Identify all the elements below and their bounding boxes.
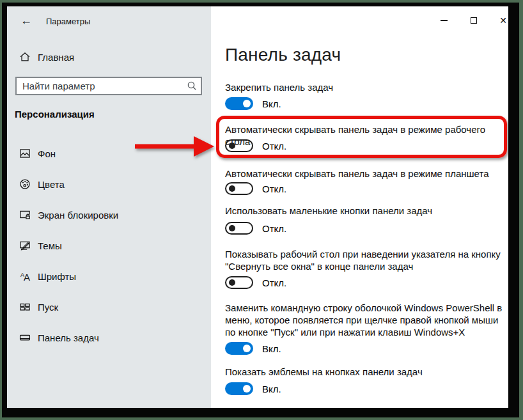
sidebar-home-label: Главная — [38, 52, 74, 63]
sidebar-item-label: Экран блокировки — [38, 210, 118, 221]
toggle-state-label: Откл. — [262, 277, 286, 288]
themes-icon — [19, 240, 31, 251]
setting-label: Использовать маленькие кнопки панели зад… — [225, 205, 508, 217]
toggle-switch-badges[interactable] — [225, 382, 253, 395]
minimize-icon — [441, 20, 448, 21]
home-icon-svg — [19, 51, 31, 63]
search-box — [15, 77, 202, 95]
close-button[interactable]: ✕ — [491, 12, 508, 29]
sidebar-item-fonts[interactable]: AA Шрифты — [7, 263, 211, 289]
fonts-icon: AA — [19, 270, 31, 282]
close-icon: ✕ — [499, 15, 507, 26]
colors-icon-svg — [19, 178, 31, 190]
toggle-state-label: Откл. — [262, 183, 286, 194]
sidebar-item-label: Пуск — [38, 302, 58, 313]
setting-toggle-row: Откл. — [225, 276, 286, 289]
start-icon-svg — [19, 301, 31, 313]
toggle-switch-lock-taskbar[interactable] — [225, 97, 253, 110]
fonts-glyph-big: A — [24, 272, 29, 283]
setting-label: Показывать рабочий стол при наведении ук… — [225, 248, 508, 272]
background-icon-svg — [19, 148, 31, 159]
page-title: Панель задач — [225, 45, 341, 65]
toggle-switch-small-buttons[interactable] — [225, 222, 253, 235]
lock-screen-icon — [19, 209, 31, 221]
setting-toggle-row: Откл. — [225, 139, 286, 152]
setting-toggle-row: Откл. — [225, 182, 286, 195]
setting-label: Автоматически скрывать панель задач в ре… — [225, 167, 508, 180]
search-icon[interactable] — [187, 81, 198, 91]
toggle-switch-autohide-desktop[interactable] — [225, 139, 253, 152]
sidebar-item-themes[interactable]: Темы — [7, 233, 211, 258]
setting-toggle-row: Вкл. — [225, 382, 281, 395]
setting-toggle-row: Вкл. — [225, 342, 281, 355]
toggle-state-label: Откл. — [262, 141, 286, 152]
maximize-icon — [471, 17, 477, 24]
themes-icon-svg — [19, 240, 31, 251]
setting-label: Закрепить панель задач — [225, 81, 508, 93]
sidebar-item-label: Панель задач — [38, 332, 99, 343]
setting-toggle-row: Вкл. — [225, 97, 281, 110]
sidebar-item-colors[interactable]: Цвета — [7, 171, 211, 197]
toggle-switch-powershell[interactable] — [225, 342, 253, 355]
search-icon-svg — [187, 81, 198, 91]
sidebar-item-background[interactable]: Фон — [7, 141, 211, 166]
toggle-switch-peek-desktop[interactable] — [225, 276, 253, 289]
back-arrow-icon[interactable]: ← — [17, 14, 35, 28]
sidebar-item-lock-screen[interactable]: Экран блокировки — [7, 202, 211, 228]
sidebar-item-start[interactable]: Пуск — [7, 294, 211, 320]
sidebar-item-label: Фон — [38, 148, 56, 159]
lock-screen-icon-svg — [19, 209, 31, 221]
setting-toggle-row: Откл. — [225, 222, 286, 235]
start-icon — [19, 301, 31, 313]
toggle-state-label: Откл. — [262, 223, 286, 234]
sidebar-section-title: Персонализация — [15, 109, 95, 120]
sidebar-item-label: Шрифты — [38, 271, 76, 282]
taskbar-icon — [19, 332, 31, 343]
toggle-state-label: Вкл. — [262, 343, 281, 354]
sidebar: ← Параметры Главная Персонализация — [7, 6, 211, 408]
home-icon — [19, 51, 31, 63]
search-input[interactable] — [15, 77, 202, 95]
sidebar-item-label: Цвета — [38, 179, 65, 190]
settings-window: ← Параметры Главная Персонализация — [7, 6, 508, 408]
minimize-button[interactable] — [432, 12, 456, 29]
app-title: Параметры — [46, 17, 90, 26]
toggle-state-label: Вкл. — [262, 384, 281, 394]
sidebar-item-home[interactable]: Главная — [19, 45, 74, 68]
toggle-state-label: Вкл. — [262, 98, 281, 109]
sidebar-item-label: Темы — [38, 240, 62, 251]
setting-label: Заменить командную строку оболочкой Wind… — [225, 302, 508, 338]
background-icon — [19, 148, 31, 159]
content-panel: ✕ Панель задач Закрепить панель задач Вк… — [211, 6, 508, 408]
sidebar-item-taskbar[interactable]: Панель задач — [7, 325, 211, 350]
taskbar-icon-svg — [19, 332, 31, 343]
maximize-button[interactable] — [462, 12, 486, 29]
colors-icon — [19, 178, 31, 190]
toggle-switch-autohide-tablet[interactable] — [225, 182, 253, 195]
setting-label: Показать эмблемы на кнопках панели задач — [225, 366, 508, 378]
